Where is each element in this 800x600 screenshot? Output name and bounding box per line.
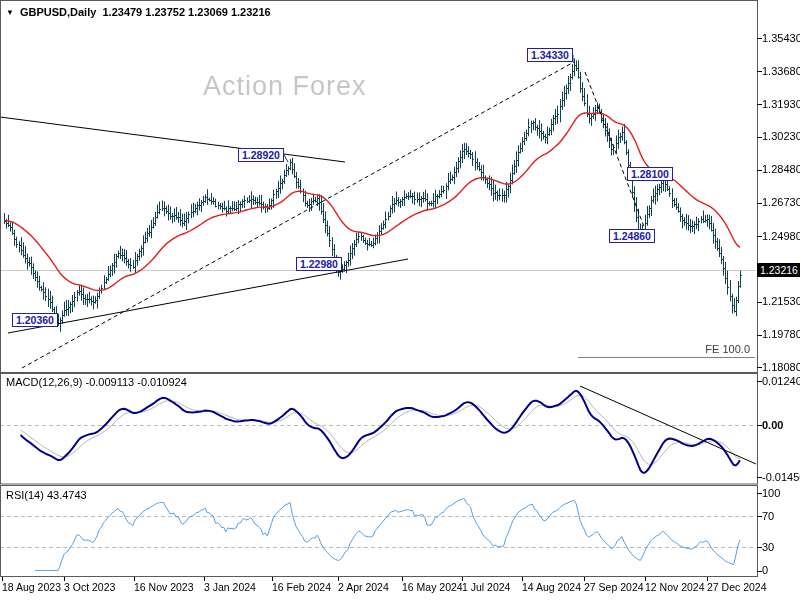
date-axis-label: 3 Jan 2024 (204, 581, 256, 594)
price-axis-tick: 1.18080 (762, 361, 800, 374)
date-axis-label: 3 Oct 2023 (64, 581, 115, 594)
macd-indicator-label: MACD(12,26,9) -0.009113 -0.010924 (6, 376, 187, 389)
price-annotation[interactable]: 1.34330 (527, 48, 573, 62)
rsi-axis-tick: 30 (762, 541, 774, 554)
date-axis-label: 27 Sep 2024 (584, 581, 644, 594)
watermark: Action Forex (203, 80, 367, 93)
price-axis-tick: 1.28480 (762, 163, 800, 176)
date-axis-label: 14 Aug 2024 (522, 581, 581, 594)
chart-title: ▼GBPUSD,Daily 1.23479 1.23752 1.23069 1.… (6, 6, 271, 19)
rsi-indicator-label: RSI(14) 43.4743 (6, 489, 87, 502)
price-axis-tick: 1.30230 (762, 130, 800, 143)
ohlc-values-label: 1.23479 1.23752 1.23069 1.23216 (102, 6, 270, 18)
price-axis-tick: 1.26730 (762, 196, 800, 209)
date-axis-label: 16 Feb 2024 (272, 581, 331, 594)
macd-axis-tick: 0.00 (762, 419, 783, 432)
date-axis-label: 2 Apr 2024 (338, 581, 389, 594)
date-axis-label: 1 Jul 2024 (462, 581, 510, 594)
current-price-tag: 1.23216 (757, 263, 800, 277)
date-axis-label: 16 May 2024 (402, 581, 463, 594)
chart-window: ▼GBPUSD,Daily 1.23479 1.23752 1.23069 1.… (0, 0, 800, 600)
rsi-axis-tick: 100 (762, 487, 780, 500)
price-axis-tick: 1.33680 (762, 65, 800, 78)
price-axis-tick: 1.21530 (762, 295, 800, 308)
price-annotation[interactable]: 1.28920 (238, 148, 284, 162)
price-axis-tick: 1.31930 (762, 98, 800, 111)
price-annotation[interactable]: 1.28100 (627, 167, 673, 181)
price-chart-canvas[interactable] (0, 0, 800, 600)
price-annotation[interactable]: 1.24860 (609, 229, 655, 243)
date-axis-label: 27 Dec 2024 (707, 581, 767, 594)
date-axis-label: 16 Nov 2023 (134, 581, 194, 594)
macd-axis-tick: -0.014502 (762, 471, 800, 484)
macd-axis-tick: 0.012403 (762, 375, 800, 388)
date-axis-label: 18 Aug 2023 (2, 581, 61, 594)
price-annotation[interactable]: 1.22980 (296, 257, 342, 271)
price-axis-tick: 1.19780 (762, 328, 800, 341)
chevron-down-icon[interactable]: ▼ (6, 6, 14, 19)
symbol-timeframe-label: GBPUSD,Daily (20, 6, 96, 18)
date-axis-label: 12 Nov 2024 (645, 581, 705, 594)
price-axis-tick: 1.35430 (762, 32, 800, 45)
fibonacci-extension-label: FE 100.0 (578, 343, 750, 356)
rsi-axis-tick: 0 (762, 564, 768, 577)
price-annotation[interactable]: 1.20360 (12, 313, 58, 327)
price-axis-tick: 1.24980 (762, 230, 800, 243)
rsi-axis-tick: 70 (762, 510, 774, 523)
